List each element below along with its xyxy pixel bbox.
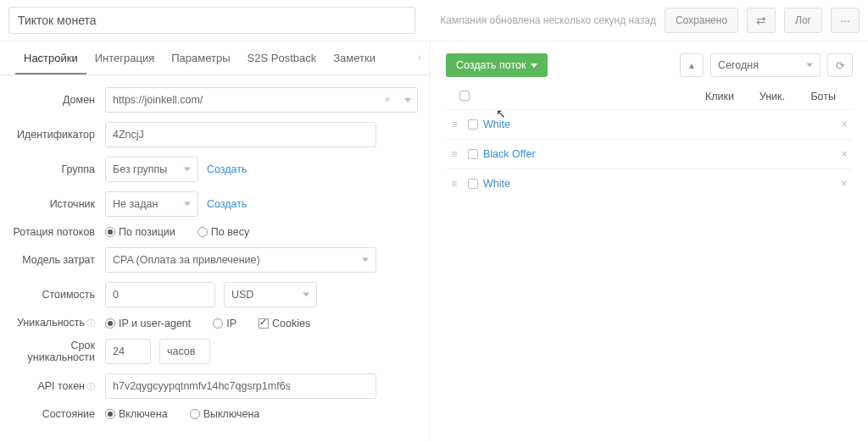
uniq-label: Уникальностьⓘ xyxy=(12,317,105,329)
tab-parameters[interactable]: Параметры xyxy=(163,41,238,75)
source-label: Источник xyxy=(12,198,105,210)
topbar-right: Кампания обновлена несколько секунд наза… xyxy=(440,8,860,33)
date-range-select[interactable]: Сегодня xyxy=(710,53,821,77)
col-unique: Уник. xyxy=(734,91,785,102)
select-all-checkbox[interactable] xyxy=(459,91,470,101)
id-label: Идентификатор xyxy=(12,129,105,141)
saved-button[interactable]: Сохранено xyxy=(665,8,738,33)
flow-checkbox[interactable] xyxy=(468,179,478,189)
right-panel: Создать поток ▲ Сегодня ⟳ Клики Уник. Бо… xyxy=(431,41,868,441)
close-icon[interactable]: ‹ xyxy=(418,52,421,62)
uniq-ttl-label: Срок уникальности xyxy=(12,340,105,363)
tab-s2s[interactable]: S2S Postback xyxy=(239,41,326,75)
domain-input[interactable] xyxy=(105,87,377,113)
uniq-cookies-check[interactable]: Cookies xyxy=(259,318,310,329)
tabs: Настройки Интеграция Параметры S2S Postb… xyxy=(0,41,430,75)
refresh-icon[interactable]: ⟳ xyxy=(827,53,853,77)
topbar: Кампания обновлена несколько секунд наза… xyxy=(0,0,868,41)
flow-name-link[interactable]: White xyxy=(483,178,683,190)
group-create-link[interactable]: Создать xyxy=(207,163,248,175)
settings-form: Домен × Идентификатор Группа xyxy=(0,75,430,420)
uniq-ip-ua-radio[interactable]: IP и user-agent xyxy=(105,318,191,329)
col-bots: Боты xyxy=(785,91,836,102)
api-label: API токенⓘ xyxy=(12,380,105,393)
chevron-down-icon[interactable] xyxy=(398,87,418,113)
state-off-radio[interactable]: Выключена xyxy=(190,408,260,420)
delete-icon[interactable]: × xyxy=(836,178,853,190)
currency-select[interactable]: USD xyxy=(224,282,317,307)
uniq-ttl-input[interactable] xyxy=(105,339,151,364)
rotation-weight-radio[interactable]: По весу xyxy=(198,226,249,238)
drag-handle-icon[interactable]: ≡ xyxy=(446,119,463,130)
left-panel: Настройки Интеграция Параметры S2S Postb… xyxy=(0,41,431,441)
flow-name-link[interactable]: Black Offer xyxy=(483,148,683,160)
collapse-up-icon[interactable]: ▲ xyxy=(680,53,704,77)
flows-header: Клики Уник. Боты xyxy=(446,87,853,109)
cost-input[interactable] xyxy=(105,282,215,307)
create-flow-button[interactable]: Создать поток xyxy=(446,53,548,77)
tab-integration[interactable]: Интеграция xyxy=(86,41,164,75)
delete-icon[interactable]: × xyxy=(836,148,853,160)
id-input[interactable] xyxy=(105,122,376,147)
flow-row: ≡White× xyxy=(446,169,853,198)
chevron-down-icon xyxy=(531,64,537,68)
link-icon[interactable]: ⇄ xyxy=(747,8,776,33)
flow-name-link[interactable]: White xyxy=(483,119,683,130)
source-select[interactable]: Не задан xyxy=(105,191,198,217)
drag-handle-icon[interactable]: ≡ xyxy=(446,178,463,190)
help-icon[interactable]: ⓘ xyxy=(86,382,95,391)
main: Настройки Интеграция Параметры S2S Postb… xyxy=(0,41,868,441)
tab-notes[interactable]: Заметки xyxy=(325,41,384,75)
rotation-position-radio[interactable]: По позиции xyxy=(105,226,175,238)
cost-model-select[interactable]: CPA (Оплата за привлечение) xyxy=(105,247,376,273)
cost-model-label: Модель затрат xyxy=(12,254,105,266)
date-range-value: Сегодня xyxy=(718,59,759,71)
group-label: Группа xyxy=(12,163,105,175)
drag-handle-icon[interactable]: ≡ xyxy=(446,148,463,160)
cost-model-value: CPA (Оплата за привлечение) xyxy=(113,254,260,266)
api-token-input[interactable] xyxy=(105,373,376,399)
flow-checkbox[interactable] xyxy=(468,119,478,130)
campaign-title-input[interactable] xyxy=(8,7,415,34)
flow-row: ≡Black Offer× xyxy=(446,139,853,169)
group-value: Без группы xyxy=(113,163,167,175)
uniq-ip-radio[interactable]: IP xyxy=(213,318,236,329)
flows-list: ≡White×≡Black Offer×≡White× xyxy=(446,109,853,198)
clear-icon[interactable]: × xyxy=(377,87,398,113)
log-button[interactable]: Лог xyxy=(784,8,822,33)
state-label: Состояние xyxy=(12,408,105,420)
flow-row: ≡White× xyxy=(446,109,853,139)
rotation-label: Ротация потоков xyxy=(12,226,105,238)
group-select[interactable]: Без группы xyxy=(105,157,198,182)
state-on-radio[interactable]: Включена xyxy=(105,408,168,420)
delete-icon[interactable]: × xyxy=(836,119,853,130)
domain-label: Домен xyxy=(12,94,105,106)
uniq-ttl-unit xyxy=(159,339,210,364)
source-create-link[interactable]: Создать xyxy=(207,198,248,210)
tab-settings[interactable]: Настройки xyxy=(15,41,86,75)
help-icon[interactable]: ⓘ xyxy=(86,318,95,328)
col-clicks: Клики xyxy=(683,91,734,102)
cost-label: Стоимость xyxy=(12,289,105,301)
source-value: Не задан xyxy=(113,198,158,210)
currency-value: USD xyxy=(231,289,253,301)
updated-text: Кампания обновлена несколько секунд наза… xyxy=(440,14,656,26)
right-toolbar: Создать поток ▲ Сегодня ⟳ xyxy=(446,53,853,77)
more-icon[interactable]: ··· xyxy=(831,8,860,33)
flow-checkbox[interactable] xyxy=(468,149,478,159)
